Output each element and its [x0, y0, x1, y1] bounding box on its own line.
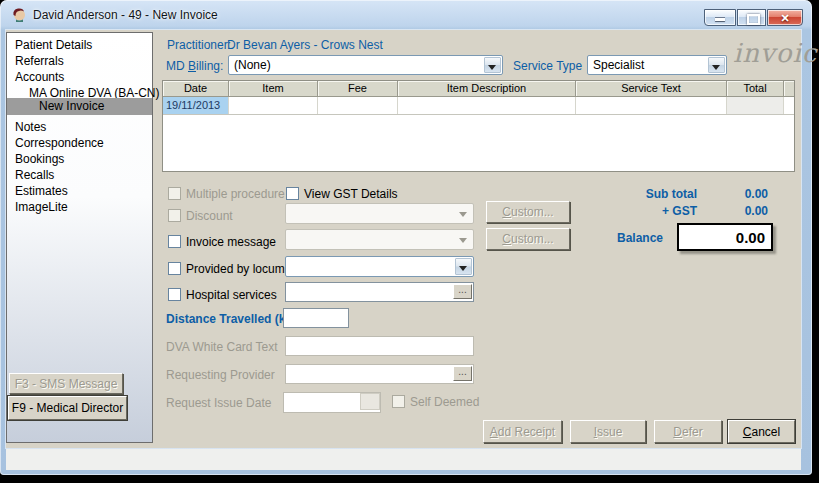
chevron-down-icon [712, 65, 720, 70]
cancel-button[interactable]: Cancel [728, 420, 795, 443]
sub-total-label: Sub total [600, 187, 697, 201]
md-billing-value: (None) [234, 58, 271, 72]
column-header-fee: Fee [318, 81, 398, 97]
requesting-provider-label: Requesting Provider [166, 368, 275, 382]
sidebar: Patient Details Referrals Accounts MA On… [6, 32, 153, 443]
maximize-button[interactable] [737, 9, 766, 26]
multiple-procedure-label: Multiple procedure [186, 187, 285, 201]
provided-by-locum-label: Provided by locum [186, 262, 285, 276]
f3-sms-message-button: F3 - SMS Message [9, 373, 123, 394]
self-deemed-label: Self Deemed [410, 395, 479, 409]
dva-white-card-input [285, 336, 474, 356]
column-header-total: Total [727, 81, 784, 97]
view-gst-details-checkbox[interactable] [286, 187, 299, 200]
balance-value: 0.00 [677, 223, 773, 251]
column-header-filler [784, 81, 794, 97]
request-issue-date-label: Request Issue Date [166, 396, 271, 410]
cell-service-text[interactable] [576, 97, 727, 114]
request-issue-date-dropdown-button [360, 393, 380, 410]
column-header-date: Date [163, 81, 229, 97]
cell-date[interactable]: 19/11/2013 [163, 97, 229, 114]
locum-dropdown-button[interactable] [455, 258, 472, 275]
self-deemed-checkbox [392, 395, 405, 408]
title-bar: David Anderson - 49 - New Invoice ✕ [0, 0, 812, 30]
sidebar-item-patient-details[interactable]: Patient Details [7, 37, 152, 53]
hospital-services-field: ... [285, 282, 474, 302]
cell-filler [784, 97, 794, 114]
service-type-label: Service Type [513, 59, 582, 73]
invoice-message-label: Invoice message [186, 235, 276, 249]
add-receipt-button: Add Receipt [483, 420, 562, 443]
chevron-down-icon [488, 65, 496, 70]
service-type-dropdown-button[interactable] [708, 57, 725, 73]
view-gst-details-label: View GST Details [304, 187, 398, 201]
discount-custom-button: Custom... [486, 201, 570, 223]
sidebar-item-bookings[interactable]: Bookings [7, 151, 152, 167]
hospital-services-label: Hospital services [186, 288, 277, 302]
cell-description[interactable] [398, 97, 576, 114]
chevron-down-icon [459, 212, 467, 217]
issue-button: Issue [570, 420, 646, 443]
request-issue-date-field [283, 392, 381, 413]
discount-label: Discount [186, 209, 233, 223]
sub-total-value: 0.00 [700, 187, 768, 201]
maximize-icon [747, 14, 760, 25]
cell-total[interactable] [727, 97, 784, 114]
close-button[interactable]: ✕ [767, 9, 803, 26]
grid-header-row: Date Item Fee Item Description Service T… [163, 81, 794, 97]
column-header-service-text: Service Text [576, 81, 727, 97]
minimize-icon [715, 18, 725, 21]
multiple-procedure-checkbox [168, 187, 181, 200]
sidebar-item-imagelite[interactable]: ImageLite [7, 199, 152, 215]
f9-medical-director-button[interactable]: F9 - Medical Director [8, 396, 127, 420]
sidebar-item-recalls[interactable]: Recalls [7, 167, 152, 183]
table-row: 19/11/2013 [163, 97, 794, 115]
hospital-services-input[interactable] [285, 282, 474, 302]
discount-select [285, 203, 474, 224]
defer-button: Defer [654, 420, 722, 443]
sidebar-item-notes[interactable]: Notes [7, 119, 152, 135]
sidebar-item-referrals[interactable]: Referrals [7, 53, 152, 69]
practitioner-label: Practitioner: [167, 38, 231, 52]
provided-by-locum-checkbox[interactable] [168, 262, 181, 275]
hospital-services-checkbox[interactable] [168, 288, 181, 301]
md-billing-select[interactable]: (None) [228, 55, 503, 75]
distance-travelled-input[interactable] [283, 308, 349, 328]
balance-label: Balance [578, 231, 663, 245]
requesting-provider-field: ... [285, 364, 474, 384]
md-billing-dropdown-button[interactable] [484, 57, 501, 73]
minimize-button[interactable] [704, 9, 736, 26]
distance-travelled-label: Distance Travelled (km) [166, 312, 300, 326]
patient-icon [11, 7, 27, 23]
sidebar-item-correspondence[interactable]: Correspondence [7, 135, 152, 151]
app-window: David Anderson - 49 - New Invoice ✕ Pati… [0, 0, 812, 475]
requesting-provider-browse-button[interactable]: ... [453, 366, 472, 381]
md-billing-label: MD Billing: [166, 59, 223, 73]
discount-checkbox [168, 209, 181, 222]
invoice-message-select [285, 229, 474, 250]
requesting-provider-input [285, 364, 474, 384]
chevron-down-icon [459, 266, 467, 271]
sidebar-item-new-invoice[interactable]: New Invoice [7, 98, 152, 115]
footer-strip [6, 449, 801, 470]
sidebar-item-accounts[interactable]: Accounts [7, 69, 152, 85]
hospital-services-browse-button[interactable]: ... [453, 284, 472, 299]
column-header-description: Item Description [398, 81, 576, 97]
cell-item[interactable] [229, 97, 318, 114]
invoice-items-grid: Date Item Fee Item Description Service T… [162, 80, 795, 172]
invoice-message-checkbox[interactable] [168, 235, 181, 248]
column-header-item: Item [229, 81, 318, 97]
gst-label: + GST [600, 204, 697, 218]
dva-white-card-label: DVA White Card Text [166, 340, 278, 354]
practitioner-value: Dr Bevan Ayers - Crows Nest [227, 38, 383, 52]
window-title: David Anderson - 49 - New Invoice [33, 8, 218, 22]
cell-fee[interactable] [318, 97, 398, 114]
invoice-message-custom-button: Custom... [486, 228, 570, 250]
provided-by-locum-select[interactable] [285, 256, 474, 277]
close-icon: ✕ [768, 12, 802, 25]
chevron-down-icon [459, 238, 467, 243]
invoice-watermark: invoice [733, 38, 819, 68]
gst-value: 0.00 [700, 204, 768, 218]
service-type-select[interactable]: Specialist [587, 55, 727, 75]
sidebar-item-estimates[interactable]: Estimates [7, 183, 152, 199]
